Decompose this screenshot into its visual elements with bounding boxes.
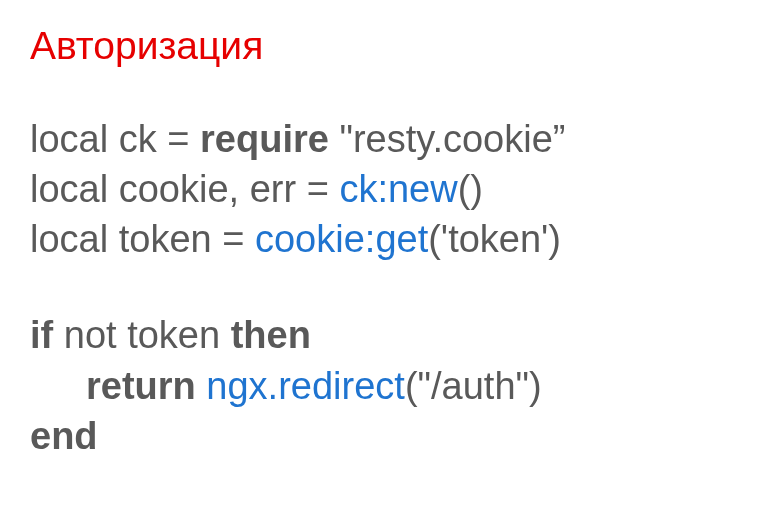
code-line: local cookie, err = ck:new() — [30, 164, 730, 214]
code-keyword: require — [200, 118, 329, 160]
code-block-1: local ck = require "resty.cookie” local … — [30, 114, 730, 264]
code-text: not token — [53, 314, 230, 356]
code-keyword: then — [231, 314, 311, 356]
code-line: end — [30, 411, 730, 461]
code-line: if not token then — [30, 310, 730, 360]
code-line: local ck = require "resty.cookie” — [30, 114, 730, 164]
code-text: ('token') — [428, 218, 561, 260]
code-call: cookie:get — [255, 218, 428, 260]
slide-title: Авторизация — [30, 24, 730, 68]
code-text: () — [458, 168, 483, 210]
code-keyword: if — [30, 314, 53, 356]
code-keyword: end — [30, 415, 98, 457]
code-line: return ngx.redirect("/auth") — [30, 361, 730, 411]
code-call: ck:new — [339, 168, 457, 210]
code-block-2: if not token then return ngx.redirect("/… — [30, 310, 730, 460]
code-text: ("/auth") — [405, 365, 542, 407]
code-line: local token = cookie:get('token') — [30, 214, 730, 264]
code-string: "resty.cookie” — [329, 118, 566, 160]
code-keyword: return — [86, 365, 196, 407]
code-text: local cookie, err = — [30, 168, 339, 210]
code-text: local token = — [30, 218, 255, 260]
code-call: ngx.redirect — [196, 365, 405, 407]
code-text: local ck = — [30, 118, 200, 160]
